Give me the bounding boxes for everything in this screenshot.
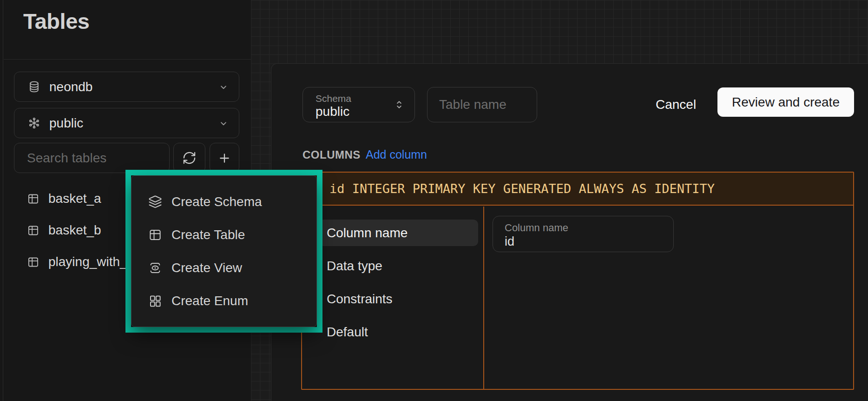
columns-section-heading: COLUMNS [302,148,361,161]
schema-select-value: public [49,116,83,131]
annotation-highlight-box: Create Schema Create Table Create View [125,170,322,333]
table-name: basket_a [48,191,101,206]
column-editor-card: id INTEGER PRIMARY KEY GENERATED ALWAYS … [301,172,854,390]
menu-item-create-table[interactable]: Create Table [132,221,316,248]
menu-item-label: Create Table [171,227,245,242]
add-column-link[interactable]: Add column [366,148,427,161]
review-and-create-button[interactable]: Review and create [717,87,854,117]
schema-field-select[interactable]: Schema public [302,87,415,122]
search-placeholder: Search tables [27,151,106,166]
schema-select[interactable]: public [14,108,239,138]
menu-item-label: Create View [171,261,242,275]
plus-icon [217,151,232,166]
menu-item-create-view[interactable]: Create View [132,254,316,281]
column-editor-body: Column name Data type Constraints Defaul… [302,207,853,389]
chevrons-up-down-icon [393,98,405,112]
tab-column-name[interactable]: Column name [319,220,478,246]
chevron-down-icon [217,81,230,93]
menu-item-create-enum[interactable]: Create Enum [132,287,316,314]
database-select-value: neondb [49,80,92,94]
column-sql-text: id INTEGER PRIMARY KEY GENERATED ALWAYS … [329,181,715,196]
refresh-icon [182,151,197,165]
column-editor-tab-content: Column name id [484,207,853,389]
table-name: basket_b [48,223,101,238]
column-name-input[interactable]: Column name id [493,216,674,252]
table-name-input[interactable]: Table name [427,87,537,122]
column-name-input-label: Column name [505,222,673,234]
create-table-panel: Schema public Table name Cancel Review a… [271,63,868,401]
chevron-down-icon [217,117,230,129]
menu-item-label: Create Enum [171,294,248,308]
table-icon [27,256,39,268]
tab-default[interactable]: Default [319,319,478,345]
layers-icon [148,195,162,209]
refresh-button[interactable] [173,143,205,173]
menu-item-create-schema[interactable]: Create Schema [132,188,316,215]
table-icon [27,193,39,205]
table-name: playing_with_ [48,254,127,269]
table-icon [148,228,162,242]
tab-data-type[interactable]: Data type [319,253,478,279]
sidebar-title: Tables [23,8,89,34]
column-sql-row[interactable]: id INTEGER PRIMARY KEY GENERATED ALWAYS … [302,173,853,206]
schema-icon [28,117,40,129]
create-context-menu: Create Schema Create Table Create View [131,175,317,327]
sidebar-divider [4,59,251,60]
column-editor-tabs: Column name Data type Constraints Defaul… [302,207,484,389]
table-icon [27,224,39,237]
enum-grid-icon [148,294,162,308]
cancel-button[interactable]: Cancel [643,92,709,118]
column-name-input-value: id [505,234,673,249]
table-name-placeholder: Table name [439,97,506,112]
menu-item-label: Create Schema [171,194,262,209]
database-select[interactable]: neondb [14,72,239,102]
search-tables-input[interactable]: Search tables [14,143,170,173]
add-button[interactable] [210,143,239,173]
view-icon [148,261,162,275]
tab-constraints[interactable]: Constraints [319,286,478,312]
app-window: Tables neondb public [0,0,868,401]
database-icon [28,80,40,93]
